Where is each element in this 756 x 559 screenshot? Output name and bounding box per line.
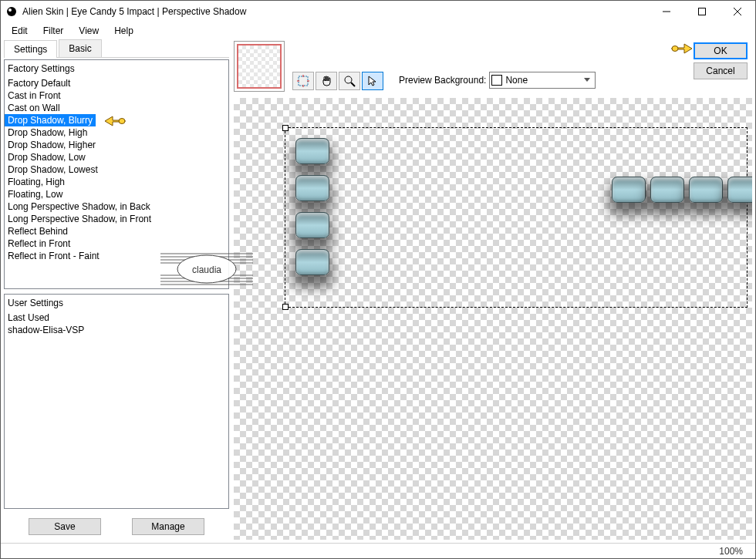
svg-rect-8 [299, 76, 308, 86]
tab-settings[interactable]: Settings [4, 40, 57, 58]
list-item[interactable]: Factory Default [5, 77, 228, 89]
pointer-hand-icon [103, 112, 127, 131]
svg-point-7 [119, 119, 125, 124]
minimize-button[interactable] [649, 1, 684, 22]
preview-toolbar [292, 72, 383, 90]
list-item[interactable]: Drop Shadow, Low [5, 151, 228, 163]
preview-shape [295, 138, 329, 164]
menubar: Edit Filter View Help [1, 22, 755, 39]
preview-canvas[interactable] [234, 98, 752, 540]
zoom-tool[interactable] [339, 72, 360, 90]
user-settings-header: User Settings [5, 295, 228, 311]
swatch-icon [491, 75, 502, 86]
navigator-viewport[interactable] [237, 44, 282, 89]
list-item-label: Drop Shadow, Blurry [5, 114, 96, 126]
svg-point-0 [7, 7, 16, 16]
statusbar: 100% [1, 543, 755, 558]
preview-background-select[interactable]: None [489, 72, 596, 89]
preview-background-label: Preview Background: [399, 75, 486, 86]
navigator-thumbnail[interactable] [234, 41, 285, 92]
pan-tool[interactable] [316, 72, 337, 90]
titlebar: Alien Skin | Eye Candy 5 Impact | Perspe… [1, 1, 755, 22]
menu-edit[interactable]: Edit [4, 24, 35, 38]
tab-basic[interactable]: Basic [59, 39, 101, 57]
list-item[interactable]: Long Perspective Shadow, in Front [5, 213, 228, 225]
manage-button[interactable]: Manage [132, 518, 204, 535]
list-item[interactable]: shadow-Elisa-VSP [5, 324, 228, 336]
list-item[interactable]: Reflect Behind [5, 225, 228, 237]
save-button[interactable]: Save [29, 518, 101, 535]
list-item[interactable]: Long Perspective Shadow, in Back [5, 200, 228, 213]
move-selection-tool[interactable] [292, 72, 314, 90]
preview-shape [612, 177, 646, 203]
list-item-selected[interactable]: Drop Shadow, Blurry [5, 114, 228, 126]
settings-tabs: Settings Basic [4, 39, 229, 58]
svg-rect-3 [699, 8, 706, 15]
preview-shape [295, 249, 329, 275]
svg-line-10 [351, 83, 355, 86]
close-button[interactable] [720, 1, 755, 22]
list-item[interactable]: Floating, High [5, 176, 228, 188]
chevron-down-icon [581, 72, 593, 88]
preview-shape [650, 177, 684, 203]
preview-background-value: None [505, 75, 581, 86]
preview-shape [689, 177, 723, 203]
maximize-button[interactable] [684, 1, 720, 22]
list-item[interactable]: Last Used [5, 311, 228, 324]
menu-view[interactable]: View [71, 24, 106, 38]
pointer-tool[interactable] [362, 72, 383, 90]
list-item[interactable]: Reflect in Front - Faint [5, 250, 228, 262]
list-item[interactable]: Drop Shadow, Lowest [5, 163, 228, 176]
list-item[interactable]: Drop Shadow, Higher [5, 139, 228, 151]
list-item[interactable]: Cast in Front [5, 89, 228, 102]
app-icon [5, 5, 18, 18]
svg-point-9 [345, 76, 352, 83]
factory-settings-header: Factory Settings [5, 60, 228, 77]
menu-filter[interactable]: Filter [35, 24, 72, 38]
list-item[interactable]: Floating, Low [5, 188, 228, 200]
list-item[interactable]: Reflect in Front [5, 237, 228, 250]
user-settings-list[interactable]: User Settings Last Used shadow-Elisa-VSP [4, 294, 229, 509]
zoom-readout: 100% [719, 546, 743, 557]
svg-point-1 [8, 8, 12, 12]
factory-settings-list[interactable]: Factory Settings Factory Default Cast in… [4, 59, 229, 289]
selection-bounds[interactable] [285, 127, 748, 308]
window-title: Alien Skin | Eye Candy 5 Impact | Perspe… [22, 6, 649, 17]
menu-help[interactable]: Help [106, 24, 141, 38]
preview-shape [727, 177, 752, 203]
preview-shape [295, 175, 329, 201]
preview-shape [295, 212, 329, 238]
